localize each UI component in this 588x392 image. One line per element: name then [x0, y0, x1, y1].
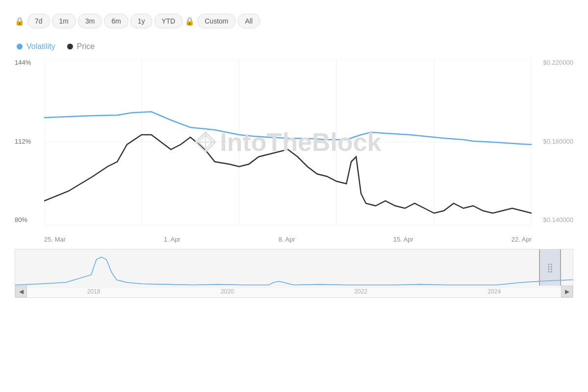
btn-custom[interactable]: Custom	[197, 14, 236, 28]
y-right-bot: $0.140000	[543, 216, 573, 223]
chart-legend: Volatility Price	[15, 42, 573, 51]
btn-1m[interactable]: 1m	[52, 14, 76, 28]
y-axis-right: $0.220000 $0.180000 $0.140000	[532, 59, 573, 225]
y-axis-left: 144% 112% 80%	[15, 59, 44, 225]
overview-x-axis: 2018 2020 2022 2024	[27, 286, 561, 297]
volatility-line	[44, 112, 532, 145]
volatility-dot	[17, 44, 23, 49]
y-left-top: 144%	[15, 59, 31, 66]
price-line	[44, 135, 532, 213]
x-label-0: 25. Mar	[44, 236, 66, 243]
overview-handle[interactable]: ⣿	[539, 249, 561, 286]
x-label-2: 8. Apr	[278, 236, 295, 243]
btn-all[interactable]: All	[238, 14, 260, 28]
scroll-right-button[interactable]: ▶	[561, 286, 573, 297]
btn-7d[interactable]: 7d	[27, 14, 50, 28]
x-label-3: 15. Apr	[393, 236, 413, 243]
scroll-right-icon: ▶	[565, 288, 569, 295]
chart-svg-area: IntoTheBlock	[44, 59, 532, 225]
main-chart: 144% 112% 80% $0.220000 $0.180000 $0.140…	[15, 59, 573, 245]
custom-group: Custom	[197, 14, 236, 28]
price-label: Price	[77, 42, 95, 51]
main-container: 🔒 7d 1m 3m 6m 1y YTD 🔒 Custom All Volati…	[0, 0, 588, 392]
overview-svg	[15, 249, 573, 288]
overview-x-2020: 2020	[220, 288, 234, 295]
x-axis: 25. Mar 1. Apr 8. Apr 15. Apr 22. Apr	[44, 227, 532, 245]
y-right-top: $0.220000	[543, 59, 573, 66]
time-range-bar: 🔒 7d 1m 3m 6m 1y YTD 🔒 Custom All	[15, 10, 573, 32]
scroll-left-button[interactable]: ◀	[15, 286, 27, 297]
x-label-4: 22. Apr	[512, 236, 532, 243]
y-left-mid: 112%	[15, 138, 31, 145]
chart-wrapper: 144% 112% 80% $0.220000 $0.180000 $0.140…	[15, 59, 573, 298]
btn-3m[interactable]: 3m	[78, 14, 102, 28]
x-label-1: 1. Apr	[164, 236, 180, 243]
btn-ytd[interactable]: YTD	[154, 14, 183, 28]
lock-icon-2: 🔒	[185, 17, 195, 26]
legend-volatility: Volatility	[17, 42, 55, 51]
btn-1y[interactable]: 1y	[130, 14, 152, 28]
overview-x-2024: 2024	[488, 288, 501, 295]
overview-chart[interactable]: ⣿ 2018 2020 2022 2024 ◀ ▶	[15, 249, 573, 298]
main-chart-svg	[44, 59, 532, 225]
btn-6m[interactable]: 6m	[104, 14, 128, 28]
overview-x-2022: 2022	[354, 288, 368, 295]
handle-grip-icon: ⣿	[547, 262, 553, 273]
legend-price: Price	[67, 42, 95, 51]
volatility-label: Volatility	[26, 42, 55, 51]
y-right-mid: $0.180000	[543, 138, 573, 145]
y-left-bot: 80%	[15, 216, 27, 223]
overview-x-2018: 2018	[87, 288, 100, 295]
svg-rect-13	[15, 249, 573, 288]
price-dot	[67, 44, 73, 49]
scroll-left-icon: ◀	[19, 288, 24, 295]
lock-icon-1: 🔒	[15, 17, 24, 26]
